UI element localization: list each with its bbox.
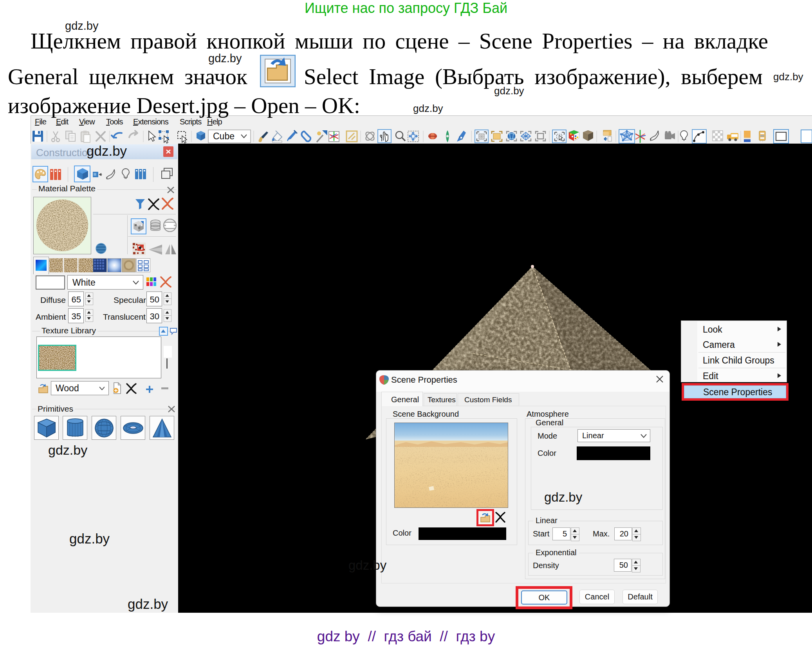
svg-text:Cube: Cube (213, 131, 235, 141)
